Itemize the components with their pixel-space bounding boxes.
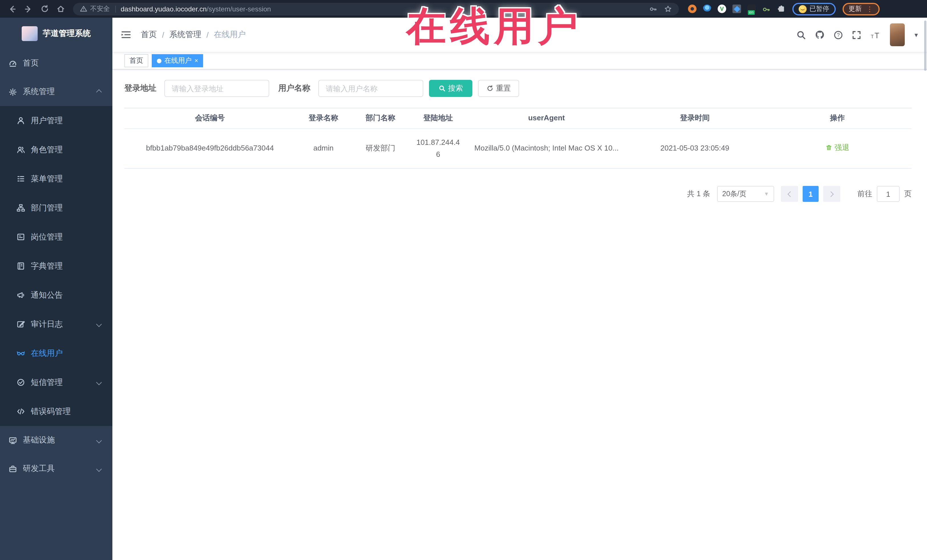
bookmark-star-icon[interactable] [664, 5, 672, 13]
profile-sync-paused-chip[interactable]: 已暂停 [792, 3, 836, 15]
forward-icon[interactable] [24, 4, 33, 14]
current-page-button[interactable]: 1 [802, 186, 819, 202]
goto-suffix: 页 [904, 189, 912, 199]
back-icon[interactable] [8, 4, 17, 14]
security-label[interactable]: 不安全 [90, 5, 110, 13]
tab-home[interactable]: 首页 [125, 54, 148, 67]
table-header-row: 会话编号 登录名称 部门名称 登陆地址 userAgent 登录时间 操作 [125, 108, 912, 129]
cell-department: 研发部门 [351, 143, 410, 155]
sidebar-item-sms-management[interactable]: 短信管理 [0, 368, 112, 397]
sidebar-item-dict-management[interactable]: 字典管理 [0, 252, 112, 281]
page-content: 登录地址 用户名称 搜索 重置 [112, 70, 927, 202]
edit-log-icon [17, 320, 25, 328]
chevron-down-icon [96, 379, 102, 385]
sidebar-item-label: 研发工具 [23, 464, 55, 474]
gear-icon [9, 88, 17, 96]
url-divider [115, 5, 115, 12]
username-input[interactable] [318, 80, 423, 97]
sidebar-item-error-code[interactable]: 错误码管理 [0, 397, 112, 426]
extension-adblock-icon[interactable] [688, 5, 696, 13]
sidebar-item-label: 错误码管理 [31, 406, 71, 417]
sidebar-item-label: 通知公告 [31, 290, 63, 300]
col-username: 登录名称 [295, 112, 351, 124]
next-page-button[interactable] [823, 186, 840, 202]
search-icon[interactable] [796, 30, 806, 39]
sidebar-item-post-management[interactable]: 岗位管理 [0, 222, 112, 252]
col-department: 部门名称 [351, 112, 410, 124]
reset-button[interactable]: 重置 [478, 80, 519, 97]
sidebar-item-notice[interactable]: 通知公告 [0, 281, 112, 310]
trash-icon [825, 144, 832, 152]
profile-avatar-emoji [799, 5, 807, 13]
filter-bar: 登录地址 用户名称 搜索 重置 [125, 80, 927, 97]
tab-online-users[interactable]: 在线用户 × [152, 54, 204, 67]
reload-icon[interactable] [41, 5, 49, 13]
sidebar-toggle-icon[interactable] [121, 30, 131, 39]
address-bar[interactable]: 不安全 dashboard.yudao.iocoder.cn /system/u… [73, 3, 679, 15]
force-logout-button[interactable]: 强退 [825, 142, 849, 154]
kebab-menu-icon[interactable]: ⋮ [866, 5, 873, 12]
security-warning-icon[interactable] [80, 5, 87, 12]
sidebar-item-infrastructure[interactable]: 基础设施 [0, 426, 112, 454]
cell-login-ip: 101.87.244.46 [410, 137, 467, 160]
pagination-total: 共 1 条 [687, 189, 710, 199]
sidebar-item-audit-log[interactable]: 审计日志 [0, 310, 112, 339]
badge-icon [17, 233, 25, 241]
search-button[interactable]: 搜索 [429, 80, 473, 97]
user-avatar[interactable] [890, 23, 905, 46]
col-login-ip: 登陆地址 [410, 112, 467, 124]
extension-pin-icon[interactable] [703, 5, 711, 13]
sidebar-item-system-management[interactable]: 系统管理 [0, 77, 112, 106]
select-caret-down-icon: ▼ [764, 191, 769, 197]
url-host[interactable]: dashboard.yudao.iocoder.cn [121, 5, 207, 13]
sidebar-item-online-users[interactable]: 在线用户 [0, 339, 112, 368]
close-tab-icon[interactable]: × [195, 58, 198, 64]
active-tab-dot [157, 58, 161, 63]
browser-chrome: 不安全 dashboard.yudao.iocoder.cn /system/u… [0, 0, 927, 18]
app-logo[interactable]: 芋道管理系统 [0, 18, 112, 49]
chrome-update-chip[interactable]: 更新 ⋮ [842, 3, 879, 15]
extension-diamond-icon[interactable] [732, 5, 741, 13]
home-icon[interactable] [56, 5, 65, 13]
login-address-input[interactable] [164, 80, 269, 97]
chevron-right-icon [828, 191, 834, 197]
avatar-caret-down-icon[interactable]: ▼ [913, 32, 919, 38]
cell-login-time: 2021-05-03 23:05:49 [626, 143, 763, 155]
sidebar-item-department-management[interactable]: 部门管理 [0, 193, 112, 222]
org-tree-icon [17, 203, 25, 212]
chevron-down-icon [96, 437, 102, 443]
sidebar-item-label: 角色管理 [31, 144, 63, 155]
font-size-icon[interactable]: TT [870, 30, 881, 39]
breadcrumb-home[interactable]: 首页 [141, 30, 157, 40]
sidebar-item-user-management[interactable]: 用户管理 [0, 106, 112, 135]
profile-status-label: 已暂停 [810, 5, 829, 13]
sidebar-item-label: 用户管理 [31, 115, 63, 126]
extension-v-icon[interactable]: V [718, 5, 726, 13]
sidebar-submenu-system: 用户管理 角色管理 菜单管理 部门管理 岗位管理 [0, 106, 112, 426]
chevron-down-icon [96, 321, 102, 327]
sidebar-item-dev-tools[interactable]: 研发工具 [0, 454, 112, 483]
sidebar-item-home[interactable]: 首页 [0, 49, 112, 77]
cell-username: admin [295, 143, 351, 155]
book-icon [17, 262, 25, 270]
key-icon[interactable] [649, 5, 657, 13]
url-path[interactable]: /system/user-session [207, 5, 271, 13]
extension-key-icon[interactable] [762, 5, 771, 13]
breadcrumb-system[interactable]: 系统管理 [169, 30, 201, 40]
extension-translate-icon[interactable]: en [747, 5, 756, 13]
fullscreen-icon[interactable] [852, 30, 862, 39]
page-size-select[interactable]: 20条/页 ▼ [717, 186, 774, 202]
sidebar-item-menu-management[interactable]: 菜单管理 [0, 164, 112, 193]
infrastructure-icon [9, 436, 17, 445]
sidebar-item-label: 菜单管理 [31, 174, 63, 184]
goto-page-input[interactable] [877, 186, 900, 202]
help-icon[interactable]: ? [833, 30, 843, 39]
cell-user-agent: Mozilla/5.0 (Macintosh; Intel Mac OS X 1… [467, 143, 626, 155]
github-icon[interactable] [815, 30, 825, 40]
col-session-id: 会话编号 [125, 112, 295, 124]
sidebar-item-role-management[interactable]: 角色管理 [0, 135, 112, 164]
extensions-puzzle-icon[interactable] [777, 5, 786, 13]
scrollbar-thumb[interactable] [924, 21, 926, 71]
sidebar-item-label: 系统管理 [23, 87, 55, 97]
prev-page-button[interactable] [781, 186, 798, 202]
